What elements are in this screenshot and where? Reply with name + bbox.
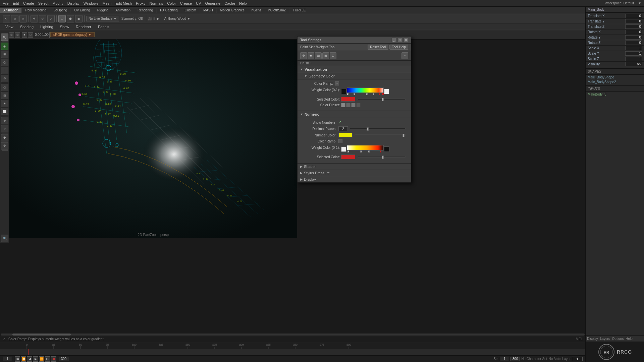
color-ramp-gradient[interactable] <box>347 87 384 93</box>
selected-color-swatch[interactable] <box>341 97 355 102</box>
workflow-ncloth[interactable]: nClothSim2 <box>265 8 289 13</box>
range-end-input[interactable] <box>59 357 68 361</box>
tool-11[interactable]: ⤢ <box>1 125 8 132</box>
tool-5[interactable]: ⟲ <box>1 75 8 82</box>
menu-display[interactable]: Display <box>67 1 79 5</box>
number-color-slider[interactable] <box>355 134 406 136</box>
input-item-1[interactable]: MaleBody_3 <box>586 92 644 97</box>
ramp-marker-2[interactable] <box>366 93 368 95</box>
rotate-y-input[interactable] <box>625 35 642 40</box>
win-close[interactable]: ✕ <box>404 38 408 42</box>
tab-shading[interactable]: Shading <box>17 24 36 29</box>
tool-snap[interactable]: ✚ <box>1 134 8 141</box>
tool-10[interactable]: ⊕ <box>1 117 8 124</box>
scale-x-input[interactable] <box>625 46 642 50</box>
pb-last[interactable]: ⏭ <box>45 356 50 362</box>
selected-color-thumb[interactable] <box>382 98 384 101</box>
ramp2-marker-3[interactable] <box>380 150 381 153</box>
current-frame-input[interactable] <box>572 357 583 361</box>
tool-plus[interactable]: ✛ <box>1 142 8 149</box>
weight-color-black-swatch[interactable] <box>341 89 346 94</box>
workflow-motion[interactable]: Motion Graphics <box>217 8 248 13</box>
workflow-animation2[interactable]: Animation <box>112 8 134 13</box>
shape-item-2[interactable]: Male_BodyShape2 <box>586 79 644 84</box>
win-restore[interactable]: □ <box>397 38 402 42</box>
shaded-btn[interactable]: ⬢ <box>67 15 74 22</box>
weight2-black-swatch[interactable] <box>384 146 389 152</box>
shape-item-1[interactable]: Male_BodyShape <box>586 75 644 79</box>
workflow-ngens[interactable]: nGens <box>248 8 265 13</box>
tab-renderer[interactable]: Renderer <box>73 24 94 29</box>
lasso-tool-btn[interactable]: ◇ <box>11 15 18 22</box>
menu-edit[interactable]: Edit <box>13 1 19 5</box>
preset-swatch-2[interactable] <box>346 103 351 107</box>
translate-x-input[interactable] <box>625 14 642 18</box>
menu-cache[interactable]: Cache <box>224 1 235 5</box>
pb-prev[interactable]: ⏪ <box>21 356 26 362</box>
decimal-places-thumb[interactable] <box>367 127 369 131</box>
frame-start-input[interactable] <box>500 357 509 361</box>
tool-3[interactable]: ◎ <box>1 59 8 66</box>
decimal-places-input[interactable] <box>338 126 348 131</box>
ramp2-marker-2[interactable] <box>368 150 370 153</box>
range-start-input[interactable] <box>3 357 12 361</box>
rotate-z-input[interactable] <box>625 41 642 45</box>
translate-z-input[interactable] <box>625 24 642 29</box>
numeric-section-header[interactable]: ▼ Numeric <box>298 111 411 118</box>
number-color-thumb[interactable] <box>402 134 405 137</box>
menu-generate[interactable]: Generate <box>205 1 220 5</box>
pb-play[interactable]: ▶ <box>33 356 38 362</box>
scale-y-input[interactable] <box>625 51 642 56</box>
menu-windows[interactable]: Windows <box>84 1 99 5</box>
numeric-ramp-checkbox[interactable] <box>338 139 342 143</box>
ts-reset-btn[interactable]: Reset Tool <box>368 45 388 50</box>
tab-view[interactable]: View <box>3 24 16 29</box>
menu-mesh[interactable]: Mesh <box>102 1 111 5</box>
weight2-white-swatch[interactable] <box>341 146 346 152</box>
tool-2[interactable]: ⊞ <box>1 51 8 58</box>
workflow-fx[interactable]: FX Caching <box>157 8 181 13</box>
weight-color-white-swatch[interactable] <box>384 89 389 94</box>
select-tool-btn[interactable]: ↖ <box>3 15 10 22</box>
menu-color[interactable]: Color <box>167 1 176 5</box>
scrollbar-thumb[interactable] <box>12 334 71 336</box>
menu-normals[interactable]: Normals <box>149 1 163 5</box>
tab-lighting[interactable]: Lighting <box>38 24 56 29</box>
menu-file[interactable]: File <box>3 1 9 5</box>
tool-1[interactable]: ◈ <box>1 43 8 50</box>
tool-4[interactable]: ⌗ <box>1 67 8 74</box>
move-btn[interactable]: ✛ <box>31 15 38 22</box>
workflow-custom[interactable]: Custom <box>181 8 200 13</box>
ramp2-marker-0[interactable] <box>347 150 349 153</box>
workflow-uv[interactable]: UV Editing <box>71 8 94 13</box>
paint-btn[interactable]: ▷ <box>19 15 27 22</box>
workflow-rigging[interactable]: Rigging <box>94 8 112 13</box>
ramp-marker-4[interactable] <box>379 93 380 95</box>
ts-tool-icon6[interactable]: ≡ <box>401 52 408 59</box>
workflow-mash[interactable]: MASH <box>200 8 217 13</box>
preset-swatch-1[interactable] <box>341 103 345 107</box>
color-ramp2-gradient[interactable] <box>347 145 384 150</box>
symmetry-off-btn[interactable]: Symmetry: Off <box>120 16 144 21</box>
rotate-btn[interactable]: ↺ <box>39 15 46 22</box>
ts-tool-icon4[interactable]: ⊞ <box>322 52 329 59</box>
tab-show[interactable]: Show <box>57 24 72 29</box>
menu-help[interactable]: Help <box>239 1 247 5</box>
scale-z-input[interactable] <box>625 57 642 61</box>
pb-first[interactable]: ⏮ <box>15 356 20 362</box>
tool-7[interactable]: ⊡ <box>1 92 8 99</box>
display-section-header[interactable]: ▶ Display <box>298 176 411 182</box>
no-live-surface-btn[interactable]: No Live Surface ▼ <box>86 16 119 21</box>
selected-color2-slider[interactable] <box>358 156 406 158</box>
selected-color2-swatch[interactable] <box>341 155 355 159</box>
menu-crease[interactable]: Crease <box>180 1 192 5</box>
br-tab-layers[interactable]: Layers <box>600 337 610 341</box>
pb-forward[interactable]: ⏩ <box>39 356 44 362</box>
current-workspace[interactable]: ▼ <box>638 1 641 5</box>
selected-color2-thumb[interactable] <box>382 156 384 159</box>
selected-color-slider[interactable] <box>358 99 406 100</box>
menu-edit-mesh[interactable]: Edit Mesh <box>115 1 132 5</box>
workflow-sculpting[interactable]: Sculpting <box>50 8 71 13</box>
preset-swatch-3[interactable] <box>351 103 356 107</box>
scrollbar-track[interactable] <box>1 334 585 336</box>
